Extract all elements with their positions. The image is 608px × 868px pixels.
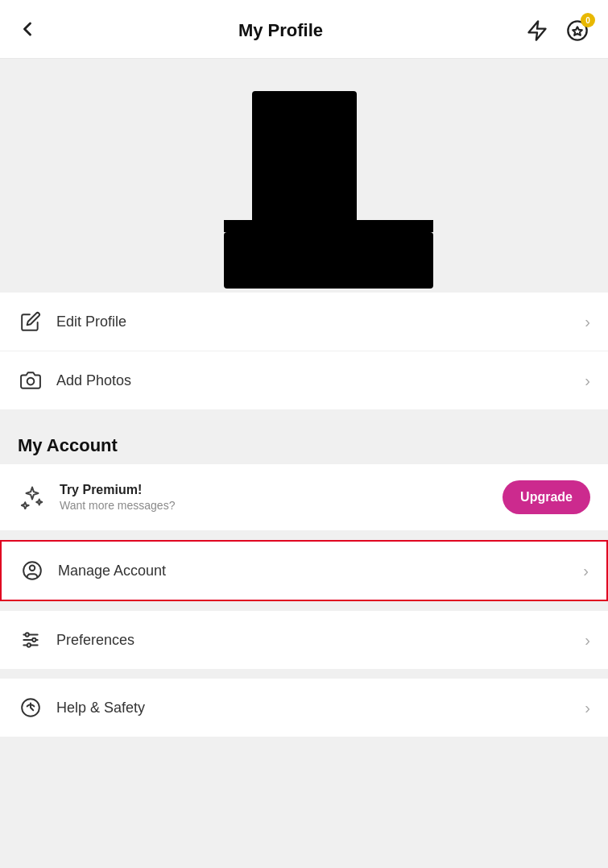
notification-badge: 0 <box>581 13 595 27</box>
svg-marker-0 <box>528 21 545 39</box>
header: My Profile 0 <box>0 0 608 59</box>
add-photos-label: Add Photos <box>56 372 585 389</box>
premium-banner: Try Premium! Want more messages? Upgrade <box>0 464 608 530</box>
svg-point-9 <box>26 633 29 636</box>
premium-title: Try Premium! <box>60 483 503 497</box>
header-icons: 0 <box>523 16 592 45</box>
help-safety-item[interactable]: Help & Safety › <box>0 679 608 737</box>
edit-profile-item[interactable]: Edit Profile › <box>0 293 608 351</box>
lightning-button[interactable] <box>523 16 552 45</box>
help-safety-chevron: › <box>585 699 590 717</box>
svg-point-5 <box>30 566 35 571</box>
add-photos-item[interactable]: Add Photos › <box>0 351 608 409</box>
upgrade-button[interactable]: Upgrade <box>503 480 590 514</box>
premium-text: Try Premium! Want more messages? <box>60 483 503 512</box>
svg-point-3 <box>27 378 35 385</box>
help-safety-label: Help & Safety <box>56 700 585 716</box>
profile-menu-section: Edit Profile › Add Photos › <box>0 293 608 409</box>
sparkle-icon <box>18 483 47 512</box>
manage-account-label: Manage Account <box>58 563 583 579</box>
page-title: My Profile <box>238 20 323 41</box>
profile-avatar-section <box>0 59 608 293</box>
star-button[interactable]: 0 <box>563 16 592 45</box>
svg-marker-2 <box>573 27 582 35</box>
phone-container: My Profile 0 <box>0 0 608 868</box>
camera-icon <box>18 368 43 393</box>
manage-account-item[interactable]: Manage Account › <box>2 542 606 600</box>
sliders-icon <box>18 627 43 653</box>
preferences-label: Preferences <box>56 632 585 649</box>
preferences-section: Preferences › <box>0 611 608 669</box>
person-circle-icon <box>19 558 45 584</box>
shield-circle-icon <box>18 695 43 721</box>
pencil-icon <box>18 309 43 334</box>
add-photos-chevron: › <box>585 372 590 390</box>
manage-account-chevron: › <box>583 562 589 580</box>
avatar <box>224 91 385 268</box>
edit-profile-chevron: › <box>585 313 590 331</box>
help-safety-section: Help & Safety › <box>0 679 608 737</box>
back-button[interactable] <box>16 18 39 44</box>
edit-profile-label: Edit Profile <box>56 314 585 330</box>
manage-account-section: Manage Account › <box>0 540 608 601</box>
svg-point-10 <box>32 638 35 642</box>
preferences-chevron: › <box>585 631 590 650</box>
account-section-header: My Account <box>0 419 608 464</box>
account-section-title: My Account <box>18 435 118 455</box>
premium-subtitle: Want more messages? <box>60 499 503 512</box>
preferences-item[interactable]: Preferences › <box>0 611 608 669</box>
svg-point-11 <box>27 643 31 646</box>
